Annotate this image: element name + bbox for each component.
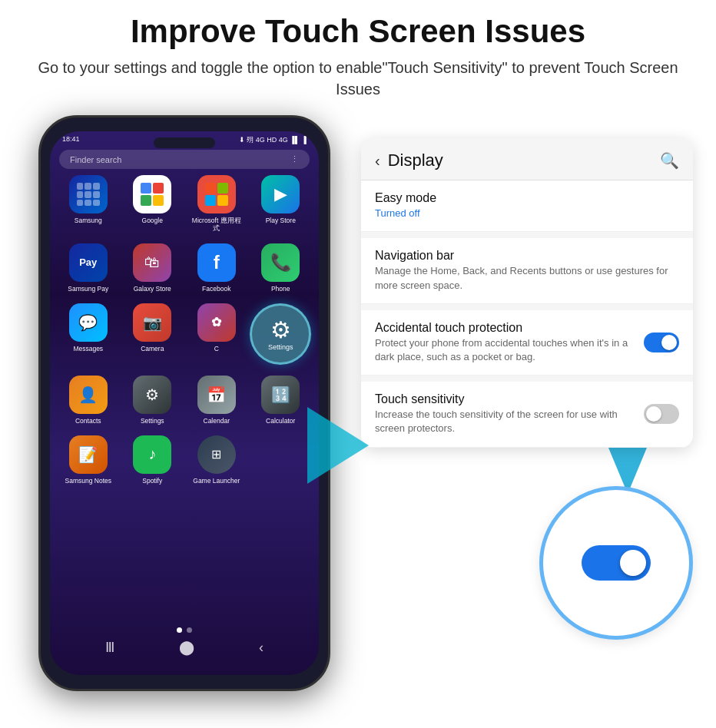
app-google[interactable]: Google — [124, 175, 180, 232]
settings-panel: ‹ Display 🔍 Easy mode Turned off Navigat… — [361, 138, 693, 447]
gap-1 — [361, 232, 693, 238]
navigation-bar-item[interactable]: Navigation bar Manage the Home, Back, an… — [361, 238, 693, 303]
app-samsungnotes[interactable]: 📝 Samsung Notes — [61, 435, 116, 485]
app-bixby[interactable]: ✿ C — [189, 303, 244, 365]
app-google-label: Google — [142, 217, 163, 224]
app-row-1: Samsung Google — [56, 175, 313, 232]
finder-search-bar[interactable]: Finder search ⋮ — [59, 150, 310, 169]
touch-sensitivity-item: Touch sensitivity Increase the touch sen… — [361, 382, 693, 447]
back-button[interactable]: ‹ — [375, 152, 380, 170]
teal-arrow-decoration — [307, 407, 369, 487]
nav-indicator — [177, 627, 192, 633]
app-row-2: Pay Samsung Pay 🛍 Galaxy Store — [56, 243, 313, 293]
app-calendar[interactable]: 📅 Calendar — [189, 376, 244, 425]
touch-sensitivity-title: Touch sensitivity — [375, 392, 644, 406]
phone-notch — [154, 137, 215, 148]
samsungpay-icon: Pay — [69, 243, 108, 282]
app-settings-label: Settings — [141, 417, 164, 425]
samsungnotes-icon: 📝 — [69, 435, 108, 474]
app-phone[interactable]: 📞 Phone — [253, 243, 308, 293]
app-galaxystore-label: Galaxy Store — [134, 285, 171, 293]
calendar-icon: 📅 — [197, 376, 236, 414]
header-section: Improve Touch Screen Issues Go to your s… — [0, 0, 716, 108]
phone-mockup: 18:41 ⬇ 㱚 4G HD 4G ▐▌ ▐ Finder search ⋮ — [23, 115, 346, 691]
settings-circle-label: Settings — [268, 343, 293, 351]
app-messages[interactable]: 💬 Messages — [61, 303, 116, 365]
app-facebook-label: Facebook — [202, 285, 230, 293]
app-messages-label: Messages — [73, 345, 103, 352]
app-row-4: 👤 Contacts ⚙ Settings 📅 — [56, 376, 313, 425]
settings-circle-overlay[interactable]: ⚙ Settings — [250, 303, 311, 365]
nav-home-button[interactable]: ⬤ — [179, 639, 194, 656]
google-icon — [133, 175, 171, 213]
contacts-icon: 👤 — [69, 376, 108, 414]
app-gamelauncher[interactable]: ⊞ Game Launcher — [189, 435, 244, 485]
easy-mode-item[interactable]: Easy mode Turned off — [361, 180, 693, 232]
settings-panel-wrapper: ‹ Display 🔍 Easy mode Turned off Navigat… — [361, 123, 693, 639]
samsung-icon — [69, 175, 108, 213]
galaxystore-icon: 🛍 — [133, 243, 171, 282]
touch-sensitivity-toggle[interactable] — [644, 404, 679, 424]
phone-nav-bar: Ⅲ ⬤ ‹ — [50, 639, 319, 656]
settings-header: ‹ Display 🔍 — [361, 138, 693, 180]
accidental-touch-text: Accidental touch protection Protect your… — [375, 321, 644, 364]
page-subtitle: Go to your settings and toggle the optio… — [15, 57, 701, 100]
app-microsoft[interactable]: Microsoft 應用程式 — [189, 175, 244, 232]
page-title: Improve Touch Screen Issues — [15, 14, 701, 49]
app-calculator[interactable]: 🔢 Calculator — [253, 376, 308, 425]
bixby-icon: ✿ — [197, 303, 236, 342]
app-facebook[interactable]: f Facebook — [189, 243, 244, 293]
phone-screen: 18:41 ⬇ 㱚 4G HD 4G ▐▌ ▐ Finder search ⋮ — [50, 131, 319, 675]
settings-icon: ⚙ — [133, 376, 171, 414]
microsoft-icon — [197, 175, 236, 213]
gamelauncher-icon: ⊞ — [197, 435, 236, 474]
playstore-icon: ▶ — [261, 175, 300, 213]
app-galaxystore[interactable]: 🛍 Galaxy Store — [124, 243, 180, 293]
nav-recents-button[interactable]: ‹ — [259, 640, 264, 656]
messages-icon: 💬 — [69, 303, 108, 342]
spotify-icon: ♪ — [133, 435, 171, 474]
app-playstore[interactable]: ▶ Play Store — [253, 175, 308, 232]
app-samsungnotes-label: Samsung Notes — [65, 477, 111, 485]
finder-search-text: Finder search — [70, 155, 121, 164]
display-title: Display — [388, 151, 443, 170]
zoom-toggle-display — [582, 545, 651, 581]
app-samsungpay[interactable]: Pay Samsung Pay — [61, 243, 116, 293]
accidental-touch-toggle[interactable] — [644, 333, 679, 352]
phone-icon: 📞 — [261, 243, 300, 282]
app-camera-label: Camera — [141, 345, 164, 352]
nav-back-button[interactable]: Ⅲ — [105, 639, 114, 656]
app-row-3: 💬 Messages 📷 Camera ✿ — [56, 303, 313, 365]
app-contacts-label: Contacts — [75, 417, 101, 425]
facebook-icon: f — [197, 243, 236, 282]
app-settings-overlay-item[interactable]: ⚙ Settings — [253, 303, 308, 365]
nav-dot-1 — [177, 627, 182, 633]
app-contacts[interactable]: 👤 Contacts — [61, 376, 116, 425]
toggle-zoom-circle — [539, 486, 693, 640]
app-samsung[interactable]: Samsung — [61, 175, 116, 232]
app-camera[interactable]: 📷 Camera — [124, 303, 180, 365]
gap-2 — [361, 304, 693, 310]
app-spotify[interactable]: ♪ Spotify — [124, 435, 180, 485]
app-settings[interactable]: ⚙ Settings — [124, 376, 180, 425]
app-spotify-label: Spotify — [142, 477, 162, 485]
easy-mode-subtitle: Turned off — [375, 207, 679, 220]
status-time: 18:41 — [62, 135, 80, 145]
app-playstore-label: Play Store — [266, 217, 296, 224]
svg-marker-0 — [307, 407, 369, 484]
navigation-bar-title: Navigation bar — [375, 249, 679, 263]
app-calendar-label: Calendar — [204, 417, 230, 425]
settings-header-left: ‹ Display — [375, 151, 443, 170]
search-icon[interactable]: 🔍 — [660, 151, 679, 170]
app-gamelauncher-label: Game Launcher — [193, 477, 240, 485]
app-samsung-label: Samsung — [75, 217, 102, 224]
touch-sensitivity-subtitle: Increase the touch sensitivity of the sc… — [375, 408, 644, 435]
touch-sensitivity-text: Touch sensitivity Increase the touch sen… — [375, 392, 644, 435]
navigation-bar-subtitle: Manage the Home, Back, and Recents butto… — [375, 264, 679, 292]
status-icons: ⬇ 㱚 4G HD 4G ▐▌ ▐ — [239, 135, 307, 145]
calculator-icon: 🔢 — [261, 376, 300, 414]
finder-search-dots[interactable]: ⋮ — [290, 154, 299, 164]
accidental-touch-item: Accidental touch protection Protect your… — [361, 310, 693, 376]
app-samsungpay-label: Samsung Pay — [68, 285, 108, 293]
camera-icon: 📷 — [133, 303, 171, 342]
